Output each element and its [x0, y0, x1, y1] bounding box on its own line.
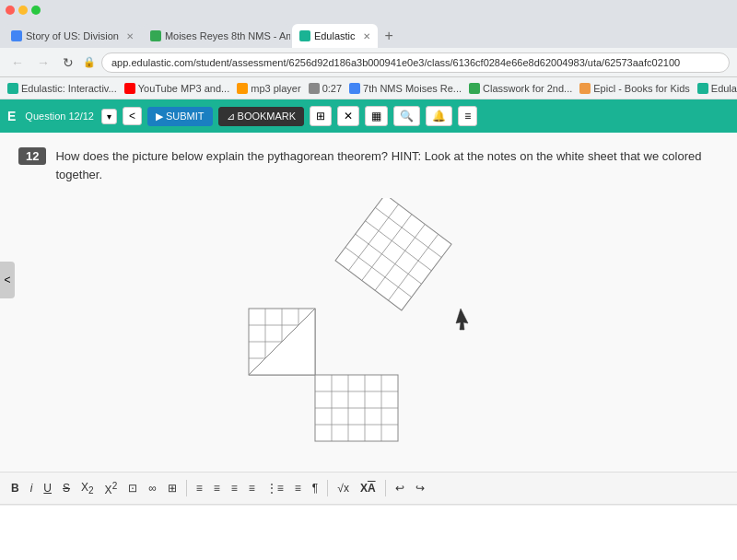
bookmark-label: Epicl - Books for Kids [593, 83, 690, 94]
indent-button[interactable]: ⋮≡ [263, 480, 287, 496]
italic-button[interactable]: i [27, 480, 37, 496]
close-button[interactable]: ✕ [337, 106, 359, 126]
menu-icon: ≡ [464, 110, 471, 122]
close-icon: ✕ [344, 110, 353, 122]
bookmark-icon [697, 83, 708, 94]
justify-button[interactable]: ≡ [245, 480, 259, 496]
bold-button[interactable]: B [7, 480, 23, 496]
bookmark-icon [309, 83, 320, 94]
tab-icon [11, 30, 22, 41]
question-header: 12 How does the picture below explain th… [18, 147, 719, 183]
question-nav-dropdown[interactable]: ▾ [101, 109, 117, 124]
tab-moises[interactable]: Moises Reyes 8th NMS - Americ... ✕ [143, 24, 290, 48]
tab-icon [299, 30, 310, 41]
toolbar-divider2 [327, 480, 328, 496]
bookmark-label: 7th NMS Moises Re... [363, 83, 462, 94]
answer-area[interactable] [0, 505, 737, 560]
calendar-icon: ▦ [371, 110, 381, 122]
tab-close-icon[interactable]: ✕ [363, 31, 370, 41]
search-icon: 🔍 [400, 110, 414, 122]
bookmark-label: Edulastic: Interactiv... [21, 83, 117, 94]
back-button[interactable]: ← [7, 53, 28, 72]
tab-icon [150, 30, 161, 41]
bookmark-icon: ⊿ [227, 111, 235, 122]
secure-icon: 🔒 [83, 56, 96, 68]
bookmark-icon [7, 83, 18, 94]
bookmark-icon [349, 83, 360, 94]
pythagorean-diagram [240, 198, 497, 456]
bookmark-classwork[interactable]: Classwork for 2nd... [469, 83, 572, 94]
redo-button[interactable]: ↪ [412, 480, 428, 496]
outdent-button[interactable]: ≡ [291, 480, 305, 496]
bookmark-icon [469, 83, 480, 94]
toolbar-divider3 [385, 480, 386, 496]
tab-label: Edulastic [314, 30, 356, 41]
bookmark-label: mp3 player [251, 83, 300, 94]
minimize-window-button[interactable] [18, 6, 28, 15]
strikethrough-button[interactable]: S [59, 480, 74, 496]
bookmarks-bar: Edulastic: Interactiv... YouTube MP3 and… [0, 77, 737, 99]
image-button[interactable]: ⊡ [124, 480, 141, 496]
maximize-window-button[interactable] [31, 6, 41, 15]
bookmark-icon [237, 83, 248, 94]
forward-button[interactable]: → [33, 53, 53, 72]
tab-edulastic[interactable]: Edulastic ✕ [292, 24, 378, 48]
bookmark-label: BOOKMARK [238, 111, 297, 122]
question-area: 12 How does the picture below explain th… [0, 133, 737, 472]
bookmark-epic-books[interactable]: Epicl - Books for Kids [579, 83, 690, 94]
address-bar: ← → ↻ 🔒 [0, 48, 737, 77]
align-left-button[interactable]: ≡ [193, 480, 206, 496]
bookmark-timer[interactable]: 0:27 [309, 83, 342, 94]
special-chars-button[interactable]: XA [357, 480, 380, 496]
bookmark-label: Classwork for 2nd... [483, 83, 572, 94]
main-content: 12 How does the picture below explain th… [0, 133, 737, 560]
bookmark-edulastic2[interactable]: Edulast... [697, 83, 737, 94]
link-button[interactable]: ∞ [145, 480, 160, 496]
editor-toolbar: B i U S X2 X2 ⊡ ∞ ⊞ ≡ ≡ ≡ ≡ ⋮≡ ≡ ¶ √x XA… [0, 472, 737, 505]
tab-story-division[interactable]: Story of US: Division ✕ [4, 24, 141, 48]
chevron-down-icon: ▾ [107, 111, 111, 122]
bookmark-edulastic-interactive[interactable]: Edulastic: Interactiv... [7, 83, 117, 94]
superscript-button[interactable]: X2 [101, 479, 122, 498]
tab-label: Moises Reyes 8th NMS - Americ... [165, 30, 290, 41]
prev-question-button[interactable]: < [123, 107, 142, 125]
left-nav-arrow[interactable]: < [0, 262, 15, 298]
tab-bar: Story of US: Division ✕ Moises Reyes 8th… [0, 20, 737, 48]
submit-arrow-icon: ▶ [156, 111, 163, 122]
calendar-button[interactable]: ▦ [365, 106, 388, 126]
edulastic-toolbar: E Question 12/12 ▾ < ▶ SUBMIT ⊿ BOOKMARK… [0, 99, 737, 133]
toolbar-divider [186, 480, 187, 496]
bookmark-label: Edulast... [711, 83, 737, 94]
bookmark-youtube[interactable]: YouTube MP3 and... [124, 83, 229, 94]
diagram-container [18, 198, 719, 456]
reload-button[interactable]: ↻ [59, 53, 77, 72]
align-center-button[interactable]: ≡ [210, 480, 224, 496]
bookmark-icon [579, 83, 591, 94]
submit-button[interactable]: ▶ SUBMIT [147, 107, 213, 126]
undo-button[interactable]: ↩ [392, 480, 408, 496]
answer-input[interactable] [0, 506, 737, 560]
menu-button[interactable]: ≡ [458, 106, 477, 126]
underline-button[interactable]: U [40, 480, 55, 496]
bookmark-7th-nms[interactable]: 7th NMS Moises Re... [349, 83, 462, 94]
tab-close-icon[interactable]: ✕ [126, 31, 134, 41]
address-input[interactable] [101, 52, 730, 73]
question-number: 12 [18, 147, 46, 165]
bookmark-mp3-player[interactable]: mp3 player [237, 83, 300, 94]
bookmark-label: 0:27 [322, 83, 342, 94]
math-button[interactable]: √x [333, 480, 353, 496]
question-label: Question 12/12 [25, 111, 94, 122]
paragraph-button[interactable]: ¶ [309, 480, 322, 496]
search-button[interactable]: 🔍 [393, 106, 420, 126]
subscript-button[interactable]: X2 [77, 479, 98, 497]
grid-view-button[interactable]: ⊞ [310, 106, 332, 126]
edulastic-logo: E [7, 109, 16, 123]
bookmark-button[interactable]: ⊿ BOOKMARK [218, 107, 305, 126]
grid-icon: ⊞ [316, 110, 325, 122]
close-window-button[interactable] [6, 6, 15, 15]
bell-button[interactable]: 🔔 [426, 106, 452, 126]
tab-label: Story of US: Division [26, 30, 119, 41]
table-button[interactable]: ⊞ [164, 480, 181, 496]
align-right-button[interactable]: ≡ [228, 480, 241, 496]
new-tab-button[interactable]: + [380, 26, 399, 46]
